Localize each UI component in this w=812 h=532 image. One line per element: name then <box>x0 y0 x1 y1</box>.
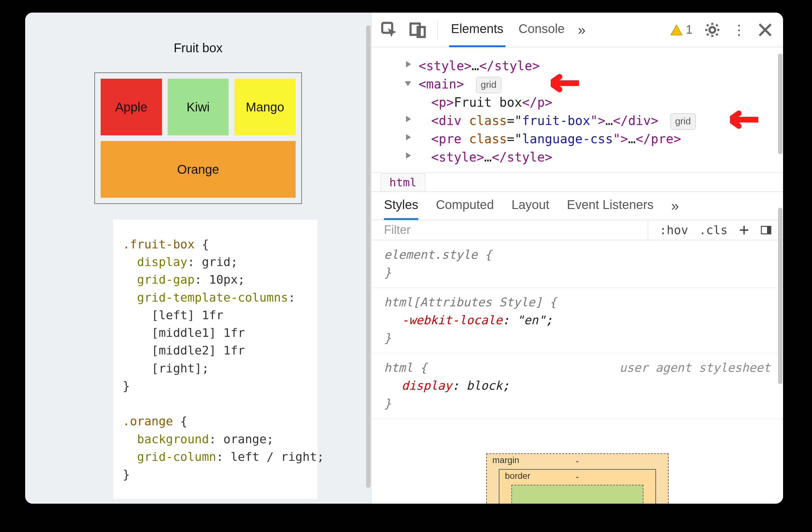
tabs-overflow-icon[interactable]: » <box>578 22 585 38</box>
style-rules: element.style { } html[Attributes Style]… <box>372 240 783 419</box>
styles-filter-row: Filter :hov .cls <box>372 220 783 240</box>
dom-node-div-fruitbox[interactable]: <div class="fruit-box">…</div> grid <box>406 111 770 130</box>
inspect-icon[interactable] <box>381 22 398 38</box>
tab-elements[interactable]: Elements <box>449 13 505 47</box>
warning-icon <box>670 24 683 36</box>
hov-toggle[interactable]: :hov <box>659 223 688 237</box>
dom-tree[interactable]: <style>…</style> <main> grid <p>Fruit bo… <box>372 47 783 172</box>
warning-count: 1 <box>686 23 693 37</box>
toggle-sidebar-icon[interactable] <box>760 224 772 236</box>
svg-point-3 <box>710 27 715 33</box>
box-model-padding <box>511 485 643 504</box>
kebab-menu-icon[interactable]: ⋮ <box>732 22 745 38</box>
tab-console[interactable]: Console <box>517 13 567 47</box>
subtab-computed[interactable]: Computed <box>436 192 494 220</box>
dom-node-pre[interactable]: <pre class="language-css">…</pre> <box>406 130 770 148</box>
dom-node-p[interactable]: <p>Fruit box</p> <box>406 93 770 111</box>
toolbar-divider <box>437 20 438 39</box>
arrow-annotation-icon <box>730 110 758 129</box>
rendered-page-pane: Fruit box Apple Kiwi Mango Orange .fruit… <box>25 13 371 504</box>
expand-caret-icon[interactable] <box>406 61 411 67</box>
grid-badge[interactable]: grid <box>476 77 501 93</box>
breadcrumb[interactable]: html <box>372 172 783 192</box>
cell-kiwi: Kiwi <box>168 79 229 135</box>
css-code-block: .fruit-box { display: grid; grid-gap: 10… <box>113 220 318 499</box>
gear-icon[interactable] <box>704 22 721 38</box>
page-title: Fruit box <box>25 13 371 55</box>
cell-mango: Mango <box>234 79 295 135</box>
cell-orange: Orange <box>101 141 295 198</box>
rule-html-ua[interactable]: html { user agent stylesheet display: bl… <box>372 353 783 419</box>
box-model[interactable]: margin - border - <box>372 419 783 504</box>
styles-filter-input[interactable]: Filter <box>372 220 648 240</box>
device-toggle-icon[interactable] <box>409 22 426 38</box>
ua-stylesheet-label: user agent stylesheet <box>620 359 770 377</box>
styles-subtabs: Styles Computed Layout Event Listeners » <box>372 192 783 220</box>
devtools-pane: Elements Console » 1 ⋮ <style>…</style> … <box>371 13 783 504</box>
expand-caret-icon[interactable] <box>406 116 411 122</box>
fruit-box-grid: Apple Kiwi Mango Orange <box>95 72 302 204</box>
rule-html-attributes[interactable]: html[Attributes Style] { -webkit-locale:… <box>372 288 783 353</box>
dom-scrollbar[interactable] <box>778 54 782 154</box>
warning-badge[interactable]: 1 <box>670 23 693 37</box>
subtab-styles[interactable]: Styles <box>384 192 418 220</box>
new-rule-icon[interactable] <box>738 224 750 236</box>
breadcrumb-item[interactable]: html <box>381 173 425 192</box>
window: Fruit box Apple Kiwi Mango Orange .fruit… <box>25 13 783 504</box>
expand-caret-icon[interactable] <box>406 152 411 159</box>
dom-node-style-2[interactable]: <style>…</style> <box>406 148 770 166</box>
close-icon[interactable] <box>757 22 774 38</box>
dom-node-style[interactable]: <style>…</style> <box>406 57 770 75</box>
expand-caret-icon[interactable] <box>405 81 411 86</box>
svg-rect-2 <box>418 27 425 37</box>
expand-caret-icon[interactable] <box>406 134 411 140</box>
page-scrollbar[interactable] <box>366 25 371 488</box>
grid-badge[interactable]: grid <box>670 113 696 130</box>
devtools-toolbar: Elements Console » 1 ⋮ <box>372 13 783 47</box>
styles-scrollbar[interactable] <box>778 208 782 384</box>
subtabs-overflow-icon[interactable]: » <box>671 198 679 214</box>
dom-node-main[interactable]: <main> grid <box>406 75 770 93</box>
styles-tools: :hov .cls <box>648 223 783 237</box>
rule-element-style[interactable]: element.style { } <box>372 240 783 288</box>
cell-apple: Apple <box>101 79 162 135</box>
cls-toggle[interactable]: .cls <box>699 223 728 237</box>
subtab-event-listeners[interactable]: Event Listeners <box>567 192 654 220</box>
arrow-annotation-icon <box>551 74 579 93</box>
svg-rect-5 <box>767 226 771 234</box>
subtab-layout[interactable]: Layout <box>512 192 549 220</box>
